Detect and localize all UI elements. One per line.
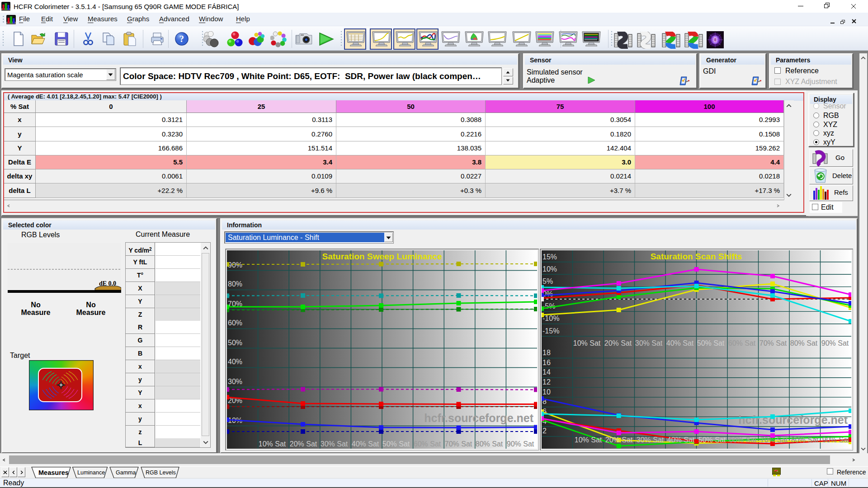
svg-text:70% Sat: 70% Sat (445, 440, 472, 448)
svg-text:50%: 50% (228, 339, 242, 347)
svg-text:30% Sat: 30% Sat (635, 339, 663, 347)
svg-text:0%: 0% (542, 290, 553, 298)
svg-text:80% Sat: 80% Sat (791, 436, 819, 444)
svg-text:hcfr.sourceforge.net: hcfr.sourceforge.net (424, 412, 533, 424)
svg-text:RGB Levels: RGB Levels (146, 469, 176, 476)
svg-text:80% Sat: 80% Sat (790, 339, 818, 347)
svg-text:10%: 10% (542, 265, 557, 273)
svg-text:Saturation Scan Shifts: Saturation Scan Shifts (651, 252, 742, 261)
svg-text:2: 2 (542, 427, 547, 435)
svg-text:60% Sat: 60% Sat (414, 440, 441, 448)
svg-text:18: 18 (542, 349, 551, 357)
svg-text:Gamma: Gamma (116, 469, 136, 476)
svg-text:50% Sat: 50% Sat (697, 339, 725, 347)
svg-text:10% Sat: 10% Sat (259, 440, 286, 448)
svg-text:30% Sat: 30% Sat (637, 436, 664, 444)
svg-text:40%: 40% (228, 358, 242, 366)
svg-text:40% Sat: 40% Sat (666, 339, 694, 347)
svg-text:12: 12 (542, 378, 551, 386)
svg-text:20% Sat: 20% Sat (290, 440, 317, 448)
svg-text:10% Sat: 10% Sat (573, 339, 601, 347)
svg-text:20% Sat: 20% Sat (604, 339, 632, 347)
svg-text:15%: 15% (542, 253, 557, 261)
svg-text:70% Sat: 70% Sat (760, 436, 788, 444)
svg-text:-15%: -15% (542, 327, 559, 335)
svg-text:Measures: Measures (38, 469, 69, 476)
svg-text:80% Sat: 80% Sat (476, 440, 503, 448)
svg-text:90% Sat: 90% Sat (507, 440, 534, 448)
svg-text:50% Sat: 50% Sat (382, 440, 410, 448)
svg-text:60% Sat: 60% Sat (728, 339, 756, 347)
svg-text:40% Sat: 40% Sat (352, 440, 379, 448)
svg-text:Saturation Sweep Luminance: Saturation Sweep Luminance (322, 252, 442, 261)
svg-text:70% Sat: 70% Sat (760, 339, 787, 347)
svg-text:10: 10 (542, 388, 551, 396)
svg-text:80%: 80% (228, 280, 242, 288)
svg-text:Luminance: Luminance (77, 469, 105, 476)
svg-text:60% Sat: 60% Sat (729, 436, 757, 444)
svg-text:10% Sat: 10% Sat (575, 436, 602, 444)
svg-text:40% Sat: 40% Sat (667, 436, 695, 444)
svg-text:30% Sat: 30% Sat (321, 440, 348, 448)
svg-text:90%: 90% (228, 261, 242, 269)
svg-text:90% Sat: 90% Sat (822, 436, 850, 444)
svg-text:60%: 60% (228, 319, 242, 327)
svg-text:50% Sat: 50% Sat (698, 436, 726, 444)
svg-text:20% Sat: 20% Sat (605, 436, 633, 444)
svg-text:16: 16 (542, 359, 551, 366)
svg-text:90% Sat: 90% Sat (821, 339, 849, 347)
svg-text:?: ? (179, 34, 184, 44)
svg-text:5%: 5% (542, 277, 553, 285)
svg-text:30%: 30% (228, 378, 242, 385)
svg-text:-10%: -10% (542, 314, 559, 322)
svg-text:14: 14 (542, 368, 551, 376)
